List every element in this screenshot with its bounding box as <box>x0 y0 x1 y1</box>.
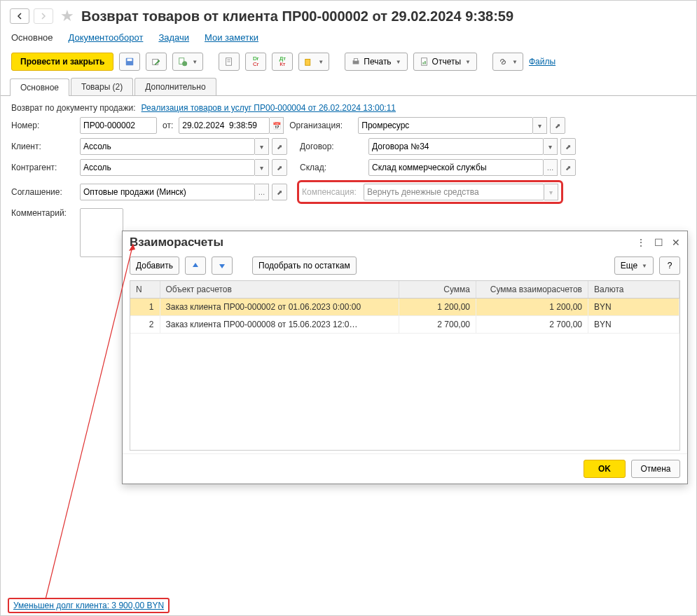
svg-line-14 <box>46 244 133 599</box>
post-and-close-button[interactable]: Провести и закрыть <box>11 53 113 71</box>
favorite-star-icon[interactable]: ★ <box>60 7 74 25</box>
dialog-maximize-icon[interactable]: ☐ <box>654 237 663 248</box>
menu-docflow[interactable]: Документооборот <box>69 32 144 43</box>
add-button[interactable]: Добавить <box>130 256 179 275</box>
doc-button-1[interactable] <box>219 53 240 71</box>
compensation-label: Компенсация: <box>302 187 364 197</box>
warehouse-input[interactable] <box>368 159 544 176</box>
contract-open-icon[interactable]: ⬈ <box>560 138 576 155</box>
contract-input[interactable] <box>368 138 544 155</box>
structure-button[interactable]: ▼ <box>298 53 329 71</box>
org-label: Организация: <box>289 121 352 130</box>
svg-rect-12 <box>422 62 424 64</box>
col-sum[interactable]: Сумма <box>399 281 476 299</box>
tab-goods[interactable]: Товары (2) <box>71 78 133 95</box>
svg-rect-13 <box>425 61 426 64</box>
svg-rect-10 <box>354 59 358 62</box>
dr-cr-button[interactable]: DrCr <box>245 53 266 71</box>
compensation-dropdown-icon: ▾ <box>544 184 558 200</box>
page-title: Возврат товаров от клиента ПР00-000002 о… <box>81 8 513 25</box>
pick-by-balance-button[interactable]: Подобрать по остаткам <box>252 256 357 275</box>
nav-forward-button[interactable] <box>34 8 53 24</box>
org-open-icon[interactable]: ⬈ <box>550 117 565 134</box>
reports-label: Отчеты <box>432 57 461 67</box>
more-button[interactable]: Еще▼ <box>614 256 654 275</box>
ok-button[interactable]: OK <box>584 460 626 478</box>
number-label: Номер: <box>11 121 74 130</box>
from-label: от: <box>163 121 173 130</box>
warehouse-more-icon[interactable]: … <box>544 159 558 176</box>
create-based-on-button[interactable]: ▼ <box>172 53 203 71</box>
menu-main[interactable]: Основное <box>11 32 53 43</box>
table-row[interactable]: 1 Заказ клиента ПР00-000002 от 01.06.202… <box>130 299 679 316</box>
menu-tasks[interactable]: Задачи <box>158 32 189 43</box>
dialog-more-icon[interactable]: ⋮ <box>636 237 646 248</box>
calendar-icon[interactable]: 📅 <box>270 117 284 134</box>
warehouse-label: Склад: <box>300 163 363 172</box>
svg-rect-1 <box>127 59 132 62</box>
menu-notes[interactable]: Мои заметки <box>205 32 258 43</box>
svg-point-4 <box>182 61 187 66</box>
agreement-input[interactable] <box>80 184 255 200</box>
files-link[interactable]: Файлы <box>529 57 555 67</box>
return-by-link[interactable]: Реализация товаров и услуг ПР00-000004 о… <box>142 103 396 113</box>
return-by-label: Возврат по документу продажи: <box>11 103 136 113</box>
post-button[interactable] <box>146 53 167 71</box>
comment-input[interactable] <box>80 208 123 257</box>
dt-kt-button[interactable]: ДтКт <box>272 53 293 71</box>
counterparty-input[interactable] <box>80 159 255 176</box>
reports-button[interactable]: Отчеты▼ <box>413 53 477 71</box>
svg-rect-8 <box>305 60 310 66</box>
help-button[interactable]: ? <box>659 256 680 275</box>
tab-main[interactable]: Основное <box>10 78 69 96</box>
cancel-button[interactable]: Отмена <box>631 460 680 478</box>
attach-button[interactable]: ▼ <box>492 53 523 71</box>
client-open-icon[interactable]: ⬈ <box>272 138 287 155</box>
compensation-input <box>364 184 544 200</box>
move-down-button[interactable] <box>212 256 233 275</box>
comment-label: Комментарий: <box>11 208 74 218</box>
print-label: Печать <box>364 57 391 67</box>
client-input[interactable] <box>80 138 255 155</box>
status-debt-link[interactable]: Уменьшен долг клиента: 3 900,00 BYN <box>13 601 164 610</box>
table-row[interactable]: 2 Заказ клиента ПР00-000008 от 15.06.202… <box>130 316 679 334</box>
contract-label: Договор: <box>300 142 363 151</box>
org-input[interactable] <box>358 117 533 134</box>
move-up-button[interactable] <box>185 256 206 275</box>
col-object[interactable]: Объект расчетов <box>160 281 399 299</box>
warehouse-open-icon[interactable]: ⬈ <box>560 159 576 176</box>
col-sum-settle[interactable]: Сумма взаиморасчетов <box>476 281 588 299</box>
counterparty-open-icon[interactable]: ⬈ <box>272 159 287 176</box>
dialog-close-icon[interactable]: ✕ <box>672 237 680 248</box>
dialog-title: Взаиморасчеты <box>130 235 223 249</box>
nav-back-button[interactable] <box>10 8 29 24</box>
counterparty-label: Контрагент: <box>11 163 74 172</box>
tab-extra[interactable]: Дополнительно <box>134 78 216 95</box>
status-debt-reduced: Уменьшен долг клиента: 3 900,00 BYN <box>8 598 170 613</box>
col-n[interactable]: N <box>130 281 160 299</box>
contract-dropdown-icon[interactable]: ▾ <box>544 138 558 155</box>
settlements-dialog: Взаиморасчеты ⋮ ☐ ✕ Добавить Подобрать п… <box>122 231 688 484</box>
save-button[interactable] <box>119 53 140 71</box>
agreement-more-icon[interactable]: … <box>255 184 269 200</box>
number-input[interactable] <box>80 117 157 134</box>
print-button[interactable]: Печать▼ <box>345 53 407 71</box>
col-currency[interactable]: Валюта <box>588 281 679 299</box>
counterparty-dropdown-icon[interactable]: ▾ <box>255 159 269 176</box>
date-input[interactable] <box>179 117 270 134</box>
svg-rect-11 <box>421 58 427 66</box>
client-label: Клиент: <box>11 142 74 151</box>
org-dropdown-icon[interactable]: ▾ <box>533 117 547 134</box>
agreement-label: Соглашение: <box>11 187 74 197</box>
settlements-grid[interactable]: N Объект расчетов Сумма Сумма взаиморасч… <box>130 280 680 451</box>
client-dropdown-icon[interactable]: ▾ <box>255 138 269 155</box>
agreement-open-icon[interactable]: ⬈ <box>272 184 287 200</box>
